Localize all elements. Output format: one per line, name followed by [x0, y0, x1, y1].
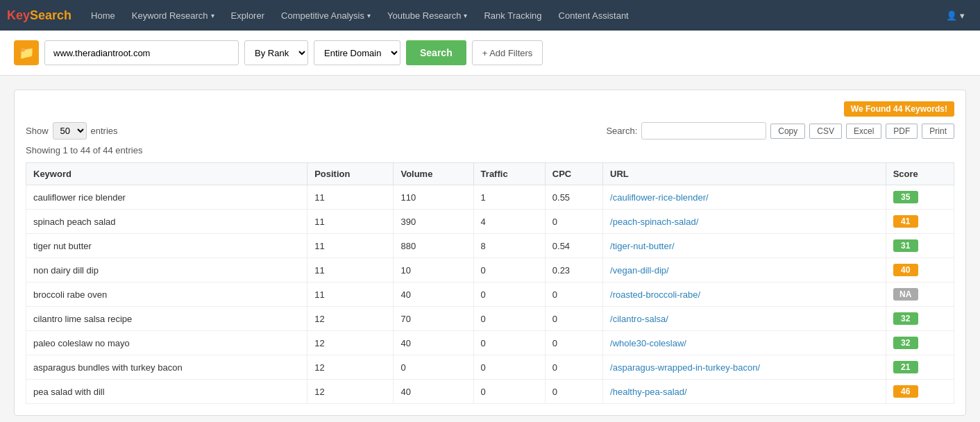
cell-score: 31 — [886, 234, 954, 258]
folder-icon[interactable]: 📁 — [14, 40, 39, 65]
cell-keyword: spinach peach salad — [26, 210, 307, 234]
url-link[interactable]: /vegan-dill-dip/ — [610, 265, 669, 276]
show-label: Show — [26, 126, 49, 136]
cell-score: 32 — [886, 307, 954, 331]
cell-traffic: 8 — [473, 234, 545, 258]
cell-url[interactable]: /whole30-coleslaw/ — [603, 331, 886, 355]
cell-url[interactable]: /cauliflower-rice-blender/ — [603, 185, 886, 210]
cell-position: 12 — [307, 331, 394, 355]
cell-url[interactable]: /peach-spinach-salad/ — [603, 210, 886, 234]
cell-traffic: 0 — [473, 307, 545, 331]
col-traffic[interactable]: Traffic — [473, 163, 545, 185]
excel-button[interactable]: Excel — [846, 124, 881, 139]
csv-button[interactable]: CSV — [809, 124, 842, 139]
table-row: cilantro lime salsa recipe 12 70 0 0 /ci… — [26, 307, 954, 331]
url-link[interactable]: /peach-spinach-salad/ — [610, 217, 698, 227]
cell-volume: 40 — [394, 380, 473, 404]
table-row: pea salad with dill 12 40 0 0 /healthy-p… — [26, 380, 954, 404]
content-area: We Found 44 Keywords! Show 50 entries Se… — [0, 76, 980, 422]
col-keyword[interactable]: Keyword — [26, 163, 307, 185]
nav-competitive-analysis-chevron: ▾ — [367, 12, 371, 19]
cell-url[interactable]: /healthy-pea-salad/ — [603, 380, 886, 404]
cell-keyword: broccoli rabe oven — [26, 282, 307, 307]
col-position[interactable]: Position — [307, 163, 394, 185]
col-cpc[interactable]: CPC — [545, 163, 602, 185]
cell-score: 40 — [886, 258, 954, 282]
controls-left: Show 50 entries — [26, 122, 118, 140]
nav-content-assistant[interactable]: Content Assistant — [550, 0, 637, 31]
entries-label: entries — [91, 126, 118, 136]
col-url[interactable]: URL — [603, 163, 886, 185]
controls-right: Search: Copy CSV Excel PDF Print — [606, 122, 954, 140]
cell-cpc: 0 — [545, 331, 602, 355]
url-link[interactable]: /roasted-broccoli-rabe/ — [610, 289, 700, 300]
cell-keyword: asparagus bundles with turkey bacon — [26, 355, 307, 380]
url-link[interactable]: /cauliflower-rice-blender/ — [610, 192, 709, 203]
cell-traffic: 1 — [473, 185, 545, 210]
table-row: cauliflower rice blender 11 110 1 0.55 /… — [26, 185, 954, 210]
cell-url[interactable]: /asparagus-wrapped-in-turkey-bacon/ — [603, 355, 886, 380]
cell-volume: 10 — [394, 258, 473, 282]
url-link[interactable]: /whole30-coleslaw/ — [610, 338, 686, 348]
table-header: Keyword Position Volume Traffic CPC URL … — [26, 163, 954, 185]
cell-score: 32 — [886, 331, 954, 355]
nav-keyword-research[interactable]: Keyword Research ▾ — [124, 0, 223, 31]
print-button[interactable]: Print — [922, 124, 954, 139]
cell-url[interactable]: /cilantro-salsa/ — [603, 307, 886, 331]
cell-score: 35 — [886, 185, 954, 210]
cell-traffic: 0 — [473, 282, 545, 307]
nav-home-label: Home — [91, 10, 115, 21]
table-row: asparagus bundles with turkey bacon 12 0… — [26, 355, 954, 380]
cell-cpc: 0 — [545, 210, 602, 234]
search-button[interactable]: Search — [406, 40, 466, 65]
nav-content-assistant-label: Content Assistant — [559, 10, 629, 21]
score-badge: 32 — [893, 337, 918, 349]
cell-volume: 390 — [394, 210, 473, 234]
search-filter-input[interactable] — [641, 122, 766, 140]
cell-position: 12 — [307, 307, 394, 331]
cell-cpc: 0 — [545, 307, 602, 331]
cell-url[interactable]: /tiger-nut-butter/ — [603, 234, 886, 258]
score-badge: 40 — [893, 264, 918, 276]
brand-logo[interactable]: KeySearch — [7, 8, 71, 23]
table-wrapper: We Found 44 Keywords! Show 50 entries Se… — [14, 90, 966, 416]
cell-score: 46 — [886, 380, 954, 404]
col-volume[interactable]: Volume — [394, 163, 473, 185]
cell-url[interactable]: /vegan-dill-dip/ — [603, 258, 886, 282]
nav-rank-tracking[interactable]: Rank Tracking — [475, 0, 550, 31]
url-link[interactable]: /cilantro-salsa/ — [610, 314, 668, 324]
url-input[interactable] — [44, 40, 239, 65]
cell-url[interactable]: /roasted-broccoli-rabe/ — [603, 282, 886, 307]
nav-youtube-research[interactable]: Youtube Research ▾ — [379, 0, 476, 31]
score-badge: 35 — [893, 191, 918, 203]
showing-text: Showing 1 to 44 of 44 entries — [26, 145, 954, 155]
cell-traffic: 0 — [473, 355, 545, 380]
pdf-button[interactable]: PDF — [886, 124, 918, 139]
controls-row: Show 50 entries Search: Copy CSV Excel P… — [26, 122, 954, 140]
copy-button[interactable]: Copy — [770, 124, 805, 139]
entries-select[interactable]: 50 — [53, 122, 87, 140]
cell-position: 11 — [307, 282, 394, 307]
nav-competitive-analysis[interactable]: Competitive Analysis ▾ — [273, 0, 379, 31]
cell-keyword: cilantro lime salsa recipe — [26, 307, 307, 331]
url-link[interactable]: /healthy-pea-salad/ — [610, 387, 687, 397]
found-banner: We Found 44 Keywords! — [844, 101, 954, 117]
nav-avatar[interactable]: 👤 ▾ — [938, 10, 973, 21]
url-link[interactable]: /asparagus-wrapped-in-turkey-bacon/ — [610, 362, 760, 373]
cell-volume: 70 — [394, 307, 473, 331]
nav-home[interactable]: Home — [83, 0, 124, 31]
score-badge: 21 — [893, 361, 918, 373]
url-link[interactable]: /tiger-nut-butter/ — [610, 241, 675, 251]
cell-score: 41 — [886, 210, 954, 234]
cell-score: 21 — [886, 355, 954, 380]
cell-volume: 40 — [394, 282, 473, 307]
table-row: non dairy dill dip 11 10 0 0.23 /vegan-d… — [26, 258, 954, 282]
domain-select[interactable]: Entire Domain — [314, 40, 400, 65]
add-filters-button[interactable]: + Add Filters — [472, 40, 543, 65]
rank-select[interactable]: By Rank — [244, 40, 308, 65]
nav-youtube-research-label: Youtube Research — [387, 10, 462, 21]
nav-explorer[interactable]: Explorer — [223, 0, 273, 31]
nav-youtube-research-chevron: ▾ — [464, 12, 467, 19]
col-score[interactable]: Score — [886, 163, 954, 185]
nav-competitive-analysis-label: Competitive Analysis — [281, 10, 364, 21]
